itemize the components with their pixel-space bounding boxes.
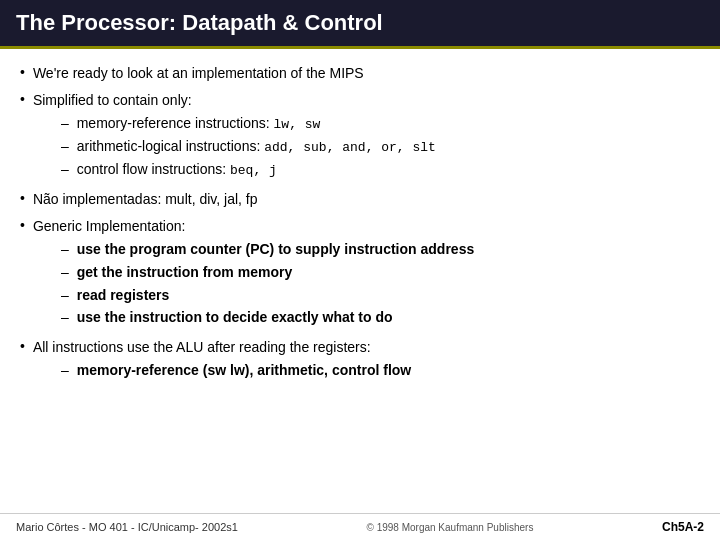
sub-item-text: memory-reference (sw lw), arithmetic, co… (77, 360, 412, 382)
sub-item-text: arithmetic-logical instructions: add, su… (77, 136, 436, 158)
bullet-text: We're ready to look at an implementation… (33, 63, 364, 84)
footer-left-text: Mario Côrtes - MO 401 - IC/Unicamp- 2002… (16, 521, 238, 533)
list-item: – memory-reference (sw lw), arithmetic, … (61, 360, 411, 382)
slide: The Processor: Datapath & Control • We'r… (0, 0, 720, 540)
list-item: – control flow instructions: beq, j (61, 159, 436, 181)
bullet-text: Não implementadas: mult, div, jal, fp (33, 189, 258, 210)
code-text: beq, j (230, 163, 277, 178)
dash-icon: – (61, 307, 69, 329)
code-text: add, sub, and, or, slt (264, 140, 436, 155)
bullet-icon: • (20, 338, 25, 354)
dash-icon: – (61, 239, 69, 261)
bullet-text: All instructions use the ALU after readi… (33, 339, 371, 355)
sub-item-text: use the program counter (PC) to supply i… (77, 239, 475, 261)
dash-icon: – (61, 360, 69, 382)
title-bar: The Processor: Datapath & Control (0, 0, 720, 46)
list-item: – arithmetic-logical instructions: add, … (61, 136, 436, 158)
list-item: • All instructions use the ALU after rea… (20, 337, 700, 384)
list-item: – memory-reference instructions: lw, sw (61, 113, 436, 135)
dash-icon: – (61, 285, 69, 307)
sub-list: – memory-reference instructions: lw, sw … (61, 113, 436, 181)
sub-item-text: control flow instructions: beq, j (77, 159, 277, 181)
bullet-text: Simplified to contain only: (33, 92, 192, 108)
list-item: – use the instruction to decide exactly … (61, 307, 474, 329)
dash-icon: – (61, 262, 69, 284)
bullet-icon: • (20, 64, 25, 80)
list-item: • Generic Implementation: – use the prog… (20, 216, 700, 331)
sub-list: – use the program counter (PC) to supply… (61, 239, 474, 329)
slide-content: • We're ready to look at an implementati… (0, 49, 720, 513)
dash-icon: – (61, 159, 69, 181)
dash-icon: – (61, 136, 69, 158)
slide-footer: Mario Côrtes - MO 401 - IC/Unicamp- 2002… (0, 513, 720, 540)
bullet-icon: • (20, 217, 25, 233)
footer-right-text: Ch5A-2 (662, 520, 704, 534)
list-item: • We're ready to look at an implementati… (20, 63, 700, 84)
sub-item-text: read registers (77, 285, 170, 307)
list-item: – get the instruction from memory (61, 262, 474, 284)
footer-center-text: © 1998 Morgan Kaufmann Publishers (366, 522, 533, 533)
sub-item-text: use the instruction to decide exactly wh… (77, 307, 393, 329)
dash-icon: – (61, 113, 69, 135)
list-item: • Não implementadas: mult, div, jal, fp (20, 189, 700, 210)
bullet-icon: • (20, 190, 25, 206)
list-item: – read registers (61, 285, 474, 307)
sub-item-text: get the instruction from memory (77, 262, 292, 284)
sub-item-text: memory-reference instructions: lw, sw (77, 113, 321, 135)
list-item: • Simplified to contain only: – memory-r… (20, 90, 700, 183)
slide-title: The Processor: Datapath & Control (16, 10, 700, 36)
sub-list: – memory-reference (sw lw), arithmetic, … (61, 360, 411, 382)
bullet-text: Generic Implementation: (33, 218, 186, 234)
code-text: lw, sw (274, 117, 321, 132)
list-item: – use the program counter (PC) to supply… (61, 239, 474, 261)
bullet-icon: • (20, 91, 25, 107)
